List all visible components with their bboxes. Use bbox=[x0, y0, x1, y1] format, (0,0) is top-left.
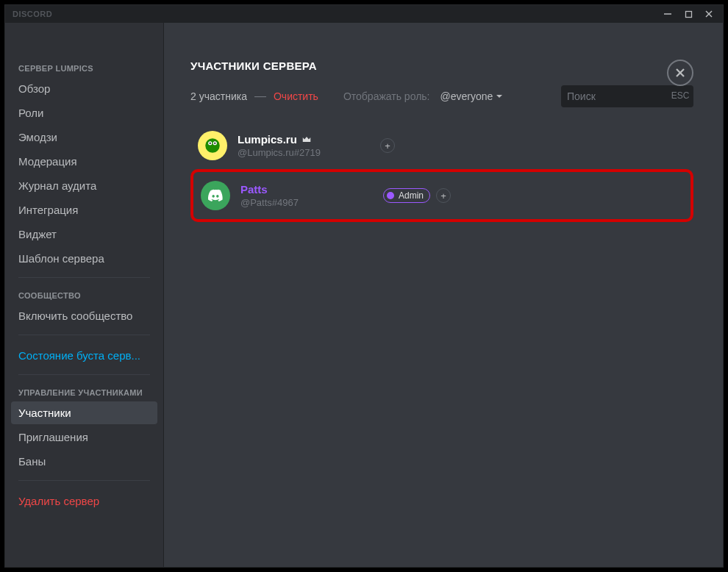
close-esc-group: ESC bbox=[667, 60, 693, 101]
member-info: Patts@Patts#4967 bbox=[240, 183, 373, 208]
minimize-icon bbox=[663, 10, 672, 18]
sidebar-header-user-management: УПРАВЛЕНИЕ УЧАСТНИКАМИ bbox=[11, 384, 157, 401]
sidebar-divider bbox=[18, 480, 150, 481]
app-name: DISCORD bbox=[13, 10, 52, 18]
members-list: Lumpics.ru@Lumpics.ru#2719+Patts@Patts#4… bbox=[190, 122, 693, 222]
member-tag: @Patts#4967 bbox=[240, 197, 373, 208]
maximize-button[interactable] bbox=[679, 7, 698, 21]
member-info: Lumpics.ru@Lumpics.ru#2719 bbox=[238, 133, 370, 158]
avatar-image bbox=[203, 136, 222, 155]
sidebar-item[interactable]: Приглашения bbox=[11, 426, 157, 448]
page-title: УЧАСТНИКИ СЕРВЕРА bbox=[190, 60, 693, 72]
sidebar-header-community: СООБЩЕСТВО bbox=[11, 287, 157, 304]
sidebar-item[interactable]: Модерация bbox=[11, 150, 157, 173]
members-toolbar: 2 участника — Очистить Отображать роль: … bbox=[190, 85, 693, 107]
close-window-button[interactable] bbox=[699, 7, 718, 21]
role-filter-select[interactable]: @everyone bbox=[437, 89, 506, 104]
avatar bbox=[201, 181, 230, 210]
window-controls bbox=[658, 7, 718, 21]
sidebar-delete-server[interactable]: Удалить сервер bbox=[11, 490, 157, 512]
sidebar-divider bbox=[18, 374, 150, 375]
member-tag: @Lumpics.ru#2719 bbox=[238, 147, 370, 158]
main-panel: ESC УЧАСТНИКИ СЕРВЕРА 2 участника — Очис… bbox=[164, 23, 723, 567]
sidebar-boost-status[interactable]: Состояние буста серв... bbox=[11, 344, 157, 367]
clear-filter-button[interactable]: Очистить bbox=[274, 90, 318, 102]
role-filter-label: Отображать роль: bbox=[343, 90, 430, 102]
svg-rect-1 bbox=[685, 11, 691, 17]
titlebar: DISCORD bbox=[5, 5, 723, 23]
sidebar-item[interactable]: Обзор bbox=[11, 77, 157, 100]
sidebar-item[interactable]: Включить сообщество bbox=[11, 304, 157, 327]
sidebar-divider bbox=[18, 277, 150, 278]
avatar bbox=[198, 131, 227, 160]
app-frame: DISCORD СЕРВЕР LUMPICS ОбзорРолиЭмодзиМо… bbox=[4, 4, 724, 568]
sidebar-item[interactable]: Виджет bbox=[11, 223, 157, 246]
sidebar-item[interactable]: Журнал аудита bbox=[11, 174, 157, 197]
maximize-icon bbox=[685, 10, 693, 18]
discord-logo-icon bbox=[207, 189, 224, 202]
sidebar-item[interactable]: Роли bbox=[11, 101, 157, 124]
close-settings-button[interactable] bbox=[667, 60, 693, 86]
svg-point-11 bbox=[210, 143, 211, 144]
member-name: Patts bbox=[240, 183, 373, 196]
role-chip[interactable]: Admin bbox=[383, 188, 430, 203]
sidebar-item[interactable]: Баны bbox=[11, 450, 157, 473]
member-roles: Admin+ bbox=[383, 188, 451, 203]
close-icon bbox=[704, 10, 713, 18]
member-name: Lumpics.ru bbox=[238, 133, 370, 146]
owner-crown-icon bbox=[301, 135, 312, 145]
minimize-button[interactable] bbox=[658, 7, 677, 21]
content: СЕРВЕР LUMPICS ОбзорРолиЭмодзиМодерацияЖ… bbox=[5, 23, 723, 567]
sidebar-item[interactable]: Интеграция bbox=[11, 199, 157, 221]
close-icon bbox=[674, 67, 686, 79]
member-count: 2 участника bbox=[190, 90, 247, 102]
svg-point-8 bbox=[205, 138, 220, 153]
sidebar-item[interactable]: Шаблон сервера bbox=[11, 247, 157, 270]
sidebar-item[interactable]: Участники bbox=[11, 401, 157, 424]
role-color-dot bbox=[387, 192, 394, 199]
role-filter-value: @everyone bbox=[440, 90, 493, 102]
esc-label: ESC bbox=[671, 90, 690, 101]
member-row[interactable]: Lumpics.ru@Lumpics.ru#2719+ bbox=[190, 122, 693, 169]
member-row[interactable]: Patts@Patts#4967Admin+ bbox=[190, 169, 693, 222]
chevron-down-icon bbox=[496, 93, 503, 100]
add-role-button[interactable]: + bbox=[436, 188, 451, 203]
member-roles: + bbox=[380, 138, 395, 153]
sidebar-item[interactable]: Эмодзи bbox=[11, 126, 157, 149]
sidebar-divider bbox=[18, 335, 150, 335]
svg-point-12 bbox=[214, 143, 215, 144]
add-role-button[interactable]: + bbox=[380, 138, 395, 153]
settings-sidebar: СЕРВЕР LUMPICS ОбзорРолиЭмодзиМодерацияЖ… bbox=[5, 23, 164, 567]
role-name: Admin bbox=[399, 190, 424, 201]
sidebar-header-server: СЕРВЕР LUMPICS bbox=[11, 60, 157, 77]
dash: — bbox=[254, 90, 266, 103]
